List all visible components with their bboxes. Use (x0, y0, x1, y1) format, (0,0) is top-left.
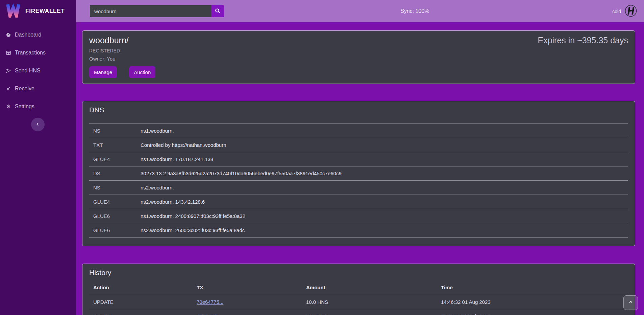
handshake-icon (624, 4, 637, 19)
dns-record-value: ns2.woodburn. 143.42.128.6 (137, 195, 628, 209)
sidebar-item-transactions[interactable]: Transactions (0, 44, 76, 62)
history-col-amount: Amount (302, 280, 437, 295)
tx-link[interactable]: 70e64775... (197, 299, 223, 305)
dns-record-row: GLUE6 ns1.woodburn. 2400:8907::f03c:93ff… (89, 209, 628, 223)
domain-owner: Owner: You (89, 56, 628, 62)
dns-record-value: 30273 13 2 9a3a8fb3d625d2a2073d740f10da6… (137, 166, 628, 181)
sidebar-item-send-hns[interactable]: Send HNS (0, 62, 76, 80)
dns-record-value: ns2.woodburn. 2600:3c02::f03c:93ff:fe5a:… (137, 223, 628, 238)
history-col-time: Time (437, 280, 628, 295)
scroll-to-top-button[interactable] (623, 295, 638, 310)
chevron-left-icon (35, 121, 41, 128)
history-time: 15:47:36 07 Feb 2023 (437, 309, 628, 315)
dns-record-row: GLUE6 ns2.woodburn. 2600:3c02::f03c:93ff… (89, 223, 628, 238)
history-col-action: Action (89, 280, 193, 295)
dns-record-type: GLUE4 (89, 152, 137, 166)
dns-record-value: ns1.woodburn. 170.187.241.138 (137, 152, 628, 166)
dns-record-type: DS (89, 166, 137, 181)
dns-section-title: DNS (89, 106, 628, 114)
domain-expiry: Expires in ~395.35 days (538, 36, 628, 45)
history-time: 14:46:32 01 Aug 2023 (437, 295, 628, 309)
dns-record-type: NS (89, 181, 137, 195)
dns-record-row: DS 30273 13 2 9a3a8fb3d625d2a2073d740f10… (89, 166, 628, 181)
dns-record-value: ns1.woodburn. (137, 124, 628, 138)
gear-icon: ⚙ (6, 104, 11, 109)
dns-card: DNS NS ns1.woodburn. TXT Controlled by h… (82, 101, 635, 246)
history-row: UPDATE 70e64775... 10.0 HNS 14:46:32 01 … (89, 295, 628, 309)
main-content: woodburn/ Expires in ~395.35 days REGIST… (76, 22, 644, 315)
manage-button[interactable]: Manage (89, 66, 117, 78)
dns-record-value: ns1.woodburn. 2400:8907::f03c:93ff:fe5a:… (137, 209, 628, 223)
dns-record-type: TXT (89, 138, 137, 152)
brand-header[interactable]: FIREWALLET (0, 0, 76, 22)
dns-record-row: TXT Controlled by https://nathan.woodbur… (89, 138, 628, 152)
dns-record-type: NS (89, 124, 137, 138)
chevron-up-icon (628, 299, 634, 306)
history-card: History Action TX Amount Time UPDATE 70e… (82, 264, 635, 315)
sidebar-item-settings[interactable]: ⚙ Settings (0, 97, 76, 115)
dns-record-type: GLUE6 (89, 223, 137, 238)
dns-record-value: Controlled by https://nathan.woodburn (137, 138, 628, 152)
history-header-row: Action TX Amount Time (89, 280, 628, 295)
history-action: RENEW (89, 309, 193, 315)
sidebar-item-dashboard[interactable]: Dashboard (0, 26, 76, 44)
sidebar-item-label: Send HNS (15, 68, 41, 74)
history-amount: 10.0 HNS (302, 295, 437, 309)
sidebar-item-receive[interactable]: Receive (0, 80, 76, 97)
history-section-title: History (89, 269, 628, 277)
history-col-tx: TX (193, 280, 302, 295)
dns-record-row: GLUE4 ns1.woodburn. 170.187.241.138 (89, 152, 628, 166)
search-button[interactable] (211, 5, 224, 17)
dns-record-type: GLUE4 (89, 195, 137, 209)
domain-card: woodburn/ Expires in ~395.35 days REGIST… (82, 30, 635, 84)
search-bar (90, 5, 224, 17)
history-row: RENEW 47b1c175... 10.0 HNS 15:47:36 07 F… (89, 309, 628, 315)
dns-record-row: NS ns2.woodburn. (89, 181, 628, 195)
table-icon (6, 50, 11, 55)
sidebar-item-label: Settings (15, 104, 34, 110)
sidebar: FIREWALLET Dashboard Transactions (0, 0, 76, 315)
firewallet-logo-icon (5, 3, 21, 19)
domain-name-title: woodburn/ (89, 36, 129, 45)
sync-status: Sync: 100% (400, 8, 429, 14)
sidebar-item-label: Receive (15, 86, 34, 92)
sidebar-nav: Dashboard Transactions Send HNS (0, 22, 76, 115)
auction-button[interactable]: Auction (129, 66, 155, 78)
dns-record-type: GLUE6 (89, 209, 137, 223)
sidebar-collapse-button[interactable] (31, 118, 45, 131)
wallet-selector[interactable]: cold (612, 4, 637, 19)
sidebar-item-label: Transactions (15, 50, 46, 56)
domain-status: REGISTERED (89, 48, 628, 53)
dns-record-row: GLUE4 ns2.woodburn. 143.42.128.6 (89, 195, 628, 209)
history-amount: 10.0 HNS (302, 309, 437, 315)
dns-record-value: ns2.woodburn. (137, 181, 628, 195)
history-action: UPDATE (89, 295, 193, 309)
tx-link[interactable]: 47b1c175... (197, 313, 223, 315)
dns-record-row: NS ns1.woodburn. (89, 124, 628, 138)
dns-table: NS ns1.woodburn. TXT Controlled by https… (89, 123, 628, 238)
wallet-name-label: cold (612, 9, 621, 14)
search-icon (215, 8, 221, 15)
arrow-down-left-icon (6, 86, 11, 91)
sidebar-item-label: Dashboard (15, 32, 41, 38)
history-table: Action TX Amount Time UPDATE 70e64775...… (89, 280, 628, 315)
brand-name: FIREWALLET (25, 8, 65, 15)
topbar: Sync: 100% cold (76, 0, 644, 22)
gauge-icon (6, 32, 11, 38)
search-input[interactable] (90, 5, 211, 17)
paper-plane-icon (6, 68, 11, 73)
